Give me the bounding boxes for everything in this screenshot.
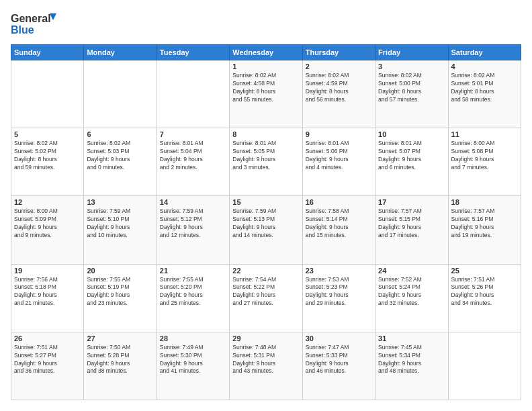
day-number: 27: [87, 334, 153, 342]
day-number: 12: [14, 198, 81, 206]
day-info: Sunrise: 7:47 AM Sunset: 5:33 PM Dayligh…: [306, 344, 372, 376]
day-info: Sunrise: 8:02 AM Sunset: 5:03 PM Dayligh…: [87, 140, 153, 172]
day-number: 11: [451, 130, 518, 138]
day-info: Sunrise: 7:51 AM Sunset: 5:26 PM Dayligh…: [451, 276, 518, 308]
day-number: 9: [306, 130, 372, 138]
calendar-cell: 3Sunrise: 8:02 AM Sunset: 5:00 PM Daylig…: [375, 60, 448, 128]
calendar-cell: 2Sunrise: 8:02 AM Sunset: 4:59 PM Daylig…: [302, 60, 375, 128]
day-info: Sunrise: 7:49 AM Sunset: 5:30 PM Dayligh…: [160, 344, 226, 376]
day-number: 16: [306, 198, 372, 206]
day-number: 23: [306, 267, 372, 275]
calendar-header: SundayMondayTuesdayWednesdayThursdayFrid…: [11, 45, 521, 60]
day-info: Sunrise: 7:56 AM Sunset: 5:18 PM Dayligh…: [14, 276, 81, 308]
calendar-cell: 30Sunrise: 7:47 AM Sunset: 5:33 PM Dayli…: [302, 332, 375, 400]
day-info: Sunrise: 7:59 AM Sunset: 5:13 PM Dayligh…: [232, 208, 299, 240]
day-info: Sunrise: 7:59 AM Sunset: 5:12 PM Dayligh…: [160, 208, 226, 240]
calendar-cell: 27Sunrise: 7:50 AM Sunset: 5:28 PM Dayli…: [84, 332, 157, 400]
calendar-cell: 17Sunrise: 7:57 AM Sunset: 5:15 PM Dayli…: [375, 196, 448, 264]
day-info: Sunrise: 8:01 AM Sunset: 5:04 PM Dayligh…: [160, 140, 226, 172]
svg-text:General: General: [11, 13, 51, 24]
calendar-cell: 16Sunrise: 7:58 AM Sunset: 5:14 PM Dayli…: [302, 196, 375, 264]
weekday-row: SundayMondayTuesdayWednesdayThursdayFrid…: [11, 45, 521, 60]
calendar-cell: 31Sunrise: 7:45 AM Sunset: 5:34 PM Dayli…: [375, 332, 448, 400]
day-number: 10: [378, 130, 445, 138]
calendar-week-row: 5Sunrise: 8:02 AM Sunset: 5:02 PM Daylig…: [11, 128, 521, 196]
day-number: 15: [232, 198, 299, 206]
day-number: 5: [14, 130, 81, 138]
calendar-cell: 1Sunrise: 8:02 AM Sunset: 4:58 PM Daylig…: [230, 60, 302, 128]
weekday-header: Tuesday: [157, 45, 229, 60]
calendar-week-row: 12Sunrise: 8:00 AM Sunset: 5:09 PM Dayli…: [11, 196, 521, 264]
day-info: Sunrise: 7:55 AM Sunset: 5:19 PM Dayligh…: [87, 276, 153, 308]
calendar-cell: 26Sunrise: 7:51 AM Sunset: 5:27 PM Dayli…: [11, 332, 84, 400]
day-number: 6: [87, 130, 153, 138]
calendar-cell: 4Sunrise: 8:02 AM Sunset: 5:01 PM Daylig…: [448, 60, 521, 128]
day-info: Sunrise: 7:59 AM Sunset: 5:10 PM Dayligh…: [87, 208, 153, 240]
calendar-cell: 11Sunrise: 8:00 AM Sunset: 5:08 PM Dayli…: [448, 128, 521, 196]
day-number: 4: [451, 62, 518, 71]
page: GeneralBlue SundayMondayTuesdayWednesday…: [0, 0, 532, 411]
day-number: 3: [378, 62, 445, 71]
calendar-body: 1Sunrise: 8:02 AM Sunset: 4:58 PM Daylig…: [11, 60, 521, 400]
day-number: 8: [232, 130, 299, 138]
day-info: Sunrise: 8:02 AM Sunset: 4:58 PM Dayligh…: [232, 72, 299, 104]
logo-icon: GeneralBlue: [11, 11, 58, 38]
calendar-cell: [448, 332, 521, 400]
day-number: 29: [232, 334, 299, 342]
calendar-week-row: 19Sunrise: 7:56 AM Sunset: 5:18 PM Dayli…: [11, 264, 521, 332]
day-info: Sunrise: 7:50 AM Sunset: 5:28 PM Dayligh…: [87, 344, 153, 376]
weekday-header: Wednesday: [230, 45, 302, 60]
calendar-cell: 28Sunrise: 7:49 AM Sunset: 5:30 PM Dayli…: [157, 332, 229, 400]
weekday-header: Saturday: [448, 45, 521, 60]
day-number: 25: [451, 267, 518, 275]
day-info: Sunrise: 8:00 AM Sunset: 5:09 PM Dayligh…: [14, 208, 81, 240]
svg-text:Blue: Blue: [11, 24, 34, 36]
calendar-cell: 8Sunrise: 8:01 AM Sunset: 5:05 PM Daylig…: [230, 128, 302, 196]
calendar-cell: 5Sunrise: 8:02 AM Sunset: 5:02 PM Daylig…: [11, 128, 84, 196]
calendar-cell: 25Sunrise: 7:51 AM Sunset: 5:26 PM Dayli…: [448, 264, 521, 332]
calendar-cell: 7Sunrise: 8:01 AM Sunset: 5:04 PM Daylig…: [157, 128, 229, 196]
day-number: 13: [87, 198, 153, 206]
day-number: 31: [378, 334, 445, 342]
day-number: 28: [160, 334, 226, 342]
day-info: Sunrise: 8:00 AM Sunset: 5:08 PM Dayligh…: [451, 140, 518, 172]
header: GeneralBlue: [11, 11, 521, 38]
day-info: Sunrise: 7:55 AM Sunset: 5:20 PM Dayligh…: [160, 276, 226, 308]
calendar-cell: 9Sunrise: 8:01 AM Sunset: 5:06 PM Daylig…: [302, 128, 375, 196]
calendar-cell: 10Sunrise: 8:01 AM Sunset: 5:07 PM Dayli…: [375, 128, 448, 196]
calendar-cell: 29Sunrise: 7:48 AM Sunset: 5:31 PM Dayli…: [230, 332, 302, 400]
day-number: 30: [306, 334, 372, 342]
calendar-cell: 19Sunrise: 7:56 AM Sunset: 5:18 PM Dayli…: [11, 264, 84, 332]
calendar-cell: 13Sunrise: 7:59 AM Sunset: 5:10 PM Dayli…: [84, 196, 157, 264]
day-info: Sunrise: 8:01 AM Sunset: 5:07 PM Dayligh…: [378, 140, 445, 172]
calendar-cell: 24Sunrise: 7:52 AM Sunset: 5:24 PM Dayli…: [375, 264, 448, 332]
weekday-header: Friday: [375, 45, 448, 60]
calendar-cell: 14Sunrise: 7:59 AM Sunset: 5:12 PM Dayli…: [157, 196, 229, 264]
day-number: 22: [232, 267, 299, 275]
day-number: 2: [306, 62, 372, 71]
day-info: Sunrise: 8:02 AM Sunset: 5:00 PM Dayligh…: [378, 72, 445, 104]
day-info: Sunrise: 7:51 AM Sunset: 5:27 PM Dayligh…: [14, 344, 81, 376]
calendar-week-row: 1Sunrise: 8:02 AM Sunset: 4:58 PM Daylig…: [11, 60, 521, 128]
day-info: Sunrise: 7:53 AM Sunset: 5:23 PM Dayligh…: [306, 276, 372, 308]
day-info: Sunrise: 7:57 AM Sunset: 5:16 PM Dayligh…: [451, 208, 518, 240]
day-info: Sunrise: 8:02 AM Sunset: 4:59 PM Dayligh…: [306, 72, 372, 104]
day-number: 17: [378, 198, 445, 206]
day-number: 14: [160, 198, 226, 206]
day-number: 1: [232, 62, 299, 71]
calendar-week-row: 26Sunrise: 7:51 AM Sunset: 5:27 PM Dayli…: [11, 332, 521, 400]
day-number: 19: [14, 267, 81, 275]
weekday-header: Sunday: [11, 45, 84, 60]
calendar-cell: 21Sunrise: 7:55 AM Sunset: 5:20 PM Dayli…: [157, 264, 229, 332]
calendar-cell: [84, 60, 157, 128]
day-info: Sunrise: 7:52 AM Sunset: 5:24 PM Dayligh…: [378, 276, 445, 308]
logo: GeneralBlue: [11, 11, 58, 38]
day-info: Sunrise: 8:02 AM Sunset: 5:01 PM Dayligh…: [451, 72, 518, 104]
weekday-header: Monday: [84, 45, 157, 60]
day-info: Sunrise: 8:01 AM Sunset: 5:05 PM Dayligh…: [232, 140, 299, 172]
day-number: 18: [451, 198, 518, 206]
calendar-cell: 18Sunrise: 7:57 AM Sunset: 5:16 PM Dayli…: [448, 196, 521, 264]
day-info: Sunrise: 7:58 AM Sunset: 5:14 PM Dayligh…: [306, 208, 372, 240]
calendar-cell: 15Sunrise: 7:59 AM Sunset: 5:13 PM Dayli…: [230, 196, 302, 264]
day-info: Sunrise: 7:57 AM Sunset: 5:15 PM Dayligh…: [378, 208, 445, 240]
